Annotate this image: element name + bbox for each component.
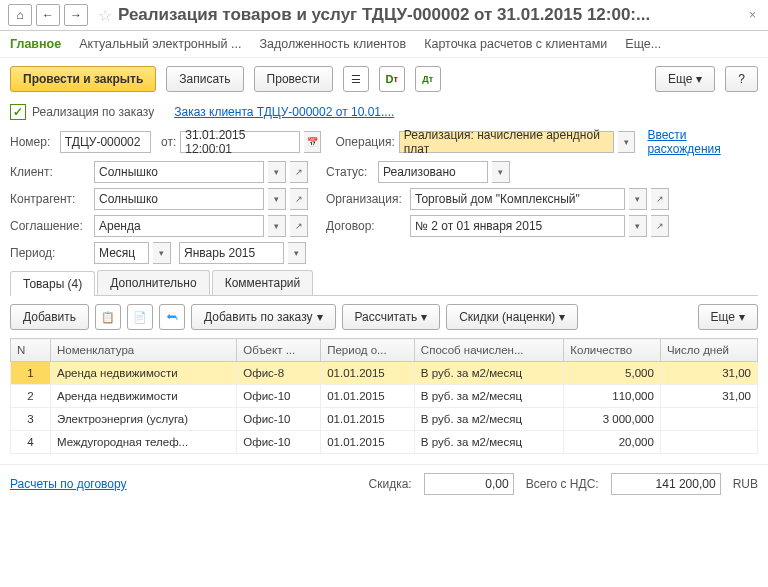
client-field[interactable]: Солнышко <box>94 161 264 183</box>
org-field[interactable]: Торговый дом "Комплексный" <box>410 188 625 210</box>
close-button[interactable]: × <box>745 8 760 22</box>
more-button[interactable]: Еще ▾ <box>655 66 715 92</box>
list-button[interactable]: 📄 <box>127 304 153 330</box>
contract-dropdown[interactable]: ▾ <box>629 215 647 237</box>
discount-field[interactable]: 0,00 <box>424 473 514 495</box>
cell-period: 01.01.2015 <box>321 385 415 408</box>
cell-obj: Офис-8 <box>237 362 321 385</box>
date-field[interactable]: 31.01.2015 12:00:01 <box>180 131 300 153</box>
col-days[interactable]: Число дней <box>660 339 757 362</box>
post-and-close-button[interactable]: Провести и закрыть <box>10 66 156 92</box>
operation-dropdown[interactable]: ▾ <box>618 131 635 153</box>
forward-button[interactable]: → <box>64 4 88 26</box>
cell-period: 01.01.2015 <box>321 408 415 431</box>
add-row-button[interactable]: Добавить <box>10 304 89 330</box>
agreement-open-button[interactable]: ↗ <box>290 215 308 237</box>
cell-obj: Офис-10 <box>237 385 321 408</box>
contract-label: Договор: <box>326 219 406 233</box>
cell-obj: Офис-10 <box>237 431 321 454</box>
status-field[interactable]: Реализовано <box>378 161 488 183</box>
tab-more[interactable]: Еще... <box>625 37 661 51</box>
operation-label: Операция: <box>335 135 394 149</box>
col-period[interactable]: Период о... <box>321 339 415 362</box>
cell-method: В руб. за м2/месяц <box>414 385 563 408</box>
client-dropdown[interactable]: ▾ <box>268 161 286 183</box>
total-field: 141 200,00 <box>611 473 721 495</box>
period-type-field[interactable]: Месяц <box>94 242 149 264</box>
table-row[interactable]: 2Аренда недвижимостиОфис-1001.01.2015В р… <box>11 385 758 408</box>
help-button[interactable]: ? <box>725 66 758 92</box>
tab-edoc[interactable]: Актуальный электронный ... <box>79 37 241 51</box>
section-tabs: Главное Актуальный электронный ... Задол… <box>0 31 768 58</box>
copy-button[interactable]: 📋 <box>95 304 121 330</box>
col-qty[interactable]: Количество <box>564 339 661 362</box>
tab-debt[interactable]: Задолженность клиентов <box>259 37 406 51</box>
agreement-label: Соглашение: <box>10 219 90 233</box>
cell-nom: Электроэнергия (услуга) <box>51 408 237 431</box>
col-nom[interactable]: Номенклатура <box>51 339 237 362</box>
enter-diff-link[interactable]: Ввести расхождения <box>647 128 758 156</box>
col-obj[interactable]: Объект ... <box>237 339 321 362</box>
date-picker-button[interactable]: 📅 <box>304 131 321 153</box>
dtkt-icon-button[interactable]: Dт <box>379 66 405 92</box>
dtkt2-icon-button[interactable]: Дт <box>415 66 441 92</box>
back-button[interactable]: ← <box>36 4 60 26</box>
order-checkbox[interactable]: ✓ <box>10 104 26 120</box>
col-method[interactable]: Способ начислен... <box>414 339 563 362</box>
tab-main[interactable]: Главное <box>10 37 61 51</box>
grid-more-button[interactable]: Еще ▾ <box>698 304 758 330</box>
home-button[interactable]: ⌂ <box>8 4 32 26</box>
cell-qty: 20,000 <box>564 431 661 454</box>
cell-nom: Аренда недвижимости <box>51 385 237 408</box>
period-type-dropdown[interactable]: ▾ <box>153 242 171 264</box>
contract-calc-link[interactable]: Расчеты по договору <box>10 477 127 491</box>
print-icon-button[interactable]: ☰ <box>343 66 369 92</box>
tab-card[interactable]: Карточка расчетов с клиентами <box>424 37 607 51</box>
favorite-star-icon[interactable]: ☆ <box>98 6 112 25</box>
number-label: Номер: <box>10 135 56 149</box>
share-button[interactable]: ⮪ <box>159 304 185 330</box>
table-row[interactable]: 1Аренда недвижимостиОфис-801.01.2015В ру… <box>11 362 758 385</box>
contractor-open-button[interactable]: ↗ <box>290 188 308 210</box>
goods-table: N Номенклатура Объект ... Период о... Сп… <box>10 338 758 454</box>
order-link[interactable]: Заказ клиента ТДЦУ-000002 от 10.01.... <box>174 105 394 119</box>
client-open-button[interactable]: ↗ <box>290 161 308 183</box>
cell-obj: Офис-10 <box>237 408 321 431</box>
calc-button[interactable]: Рассчитать ▾ <box>342 304 441 330</box>
table-row[interactable]: 4Междугородная телеф...Офис-1001.01.2015… <box>11 431 758 454</box>
operation-field[interactable]: Реализация: начисление арендной плат <box>399 131 614 153</box>
tab-goods[interactable]: Товары (4) <box>10 271 95 296</box>
write-button[interactable]: Записать <box>166 66 243 92</box>
status-dropdown[interactable]: ▾ <box>492 161 510 183</box>
contractor-field[interactable]: Солнышко <box>94 188 264 210</box>
discounts-button[interactable]: Скидки (наценки) ▾ <box>446 304 578 330</box>
contract-open-button[interactable]: ↗ <box>651 215 669 237</box>
number-field[interactable]: ТДЦУ-000002 <box>60 131 151 153</box>
discount-label: Скидка: <box>369 477 412 491</box>
window-title: Реализация товаров и услуг ТДЦУ-000002 о… <box>118 5 745 25</box>
agreement-dropdown[interactable]: ▾ <box>268 215 286 237</box>
agreement-field[interactable]: Аренда <box>94 215 264 237</box>
cell-period: 01.01.2015 <box>321 431 415 454</box>
period-value-field[interactable]: Январь 2015 <box>179 242 284 264</box>
period-label: Период: <box>10 246 90 260</box>
cell-n: 2 <box>11 385 51 408</box>
period-value-dropdown[interactable]: ▾ <box>288 242 306 264</box>
col-n[interactable]: N <box>11 339 51 362</box>
cell-days <box>660 408 757 431</box>
post-button[interactable]: Провести <box>254 66 333 92</box>
tab-additional[interactable]: Дополнительно <box>97 270 209 295</box>
cell-period: 01.01.2015 <box>321 362 415 385</box>
table-row[interactable]: 3Электроэнергия (услуга)Офис-1001.01.201… <box>11 408 758 431</box>
org-dropdown[interactable]: ▾ <box>629 188 647 210</box>
cell-qty: 5,000 <box>564 362 661 385</box>
cell-n: 4 <box>11 431 51 454</box>
cell-n: 3 <box>11 408 51 431</box>
contract-field[interactable]: № 2 от 01 января 2015 <box>410 215 625 237</box>
add-by-order-button[interactable]: Добавить по заказу ▾ <box>191 304 335 330</box>
client-label: Клиент: <box>10 165 90 179</box>
org-open-button[interactable]: ↗ <box>651 188 669 210</box>
cell-method: В руб. за м2/месяц <box>414 431 563 454</box>
tab-comment[interactable]: Комментарий <box>212 270 314 295</box>
contractor-dropdown[interactable]: ▾ <box>268 188 286 210</box>
